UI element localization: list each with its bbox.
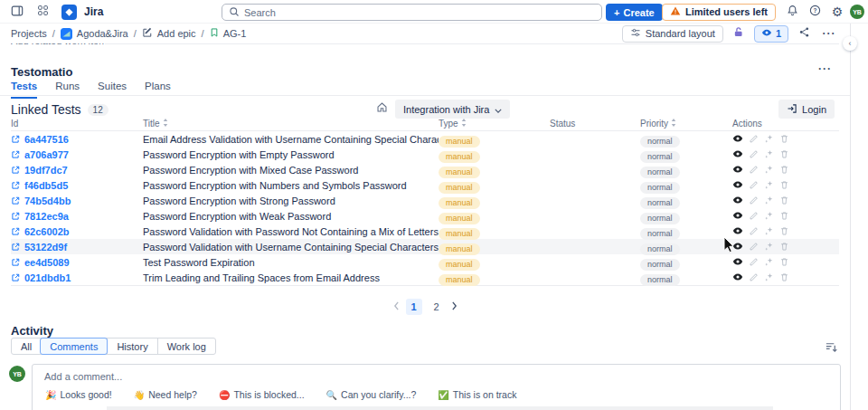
quick-reply-looks-good[interactable]: 🎉 Looks good!	[45, 389, 112, 400]
row-id-link[interactable]: ee4d5089	[24, 257, 70, 268]
row-id-link[interactable]: 62c6002b	[24, 226, 70, 237]
delete-test-button[interactable]	[779, 148, 789, 162]
row-id-link[interactable]: 74b5d4bb	[24, 195, 71, 206]
user-avatar[interactable]: YB	[850, 5, 864, 19]
table-row[interactable]: 19df7dc7 Password Encryption with Mixed …	[11, 162, 839, 177]
column-header-priority[interactable]: Priority	[640, 119, 732, 129]
settings-button[interactable]: ⚙	[827, 2, 847, 22]
view-test-button[interactable]	[732, 164, 743, 177]
ai-test-button[interactable]	[764, 164, 774, 177]
edit-test-button[interactable]	[749, 148, 759, 162]
row-id-link[interactable]: 6a447516	[24, 134, 69, 145]
prev-page-button[interactable]	[393, 301, 400, 312]
edit-test-button[interactable]	[749, 179, 759, 193]
delete-test-button[interactable]	[779, 179, 789, 193]
jira-logo-icon[interactable]	[61, 5, 77, 20]
edit-test-button[interactable]	[749, 241, 759, 254]
filter-comments[interactable]: Comments	[40, 338, 108, 355]
home-button[interactable]	[376, 101, 388, 116]
table-row[interactable]: f46db5d5 Password Encryption with Number…	[11, 177, 839, 193]
view-test-button[interactable]	[732, 210, 743, 224]
table-row[interactable]: a706a977 Password Encryption with Empty …	[11, 147, 839, 162]
filter-all[interactable]: All	[12, 338, 41, 354]
comment-placeholder[interactable]: Add a comment...	[44, 371, 122, 382]
quick-reply-need-help[interactable]: 👋 Need help?	[134, 389, 197, 400]
table-row[interactable]: 021dbdb1 Trim Leading and Trailing Space…	[11, 270, 839, 285]
view-test-button[interactable]	[732, 195, 743, 208]
quick-reply-on-track[interactable]: ✅ This is on track	[438, 389, 516, 400]
edit-test-button[interactable]	[749, 272, 759, 285]
view-test-button[interactable]	[732, 225, 743, 239]
edit-test-button[interactable]	[749, 225, 759, 239]
edit-test-button[interactable]	[749, 256, 759, 270]
row-id-link[interactable]: 19df7dc7	[24, 165, 68, 176]
view-test-button[interactable]	[732, 133, 743, 147]
view-test-button[interactable]	[732, 148, 743, 162]
ai-test-button[interactable]	[764, 210, 774, 224]
app-switcher-button[interactable]	[33, 2, 52, 22]
filter-worklog[interactable]: Work log	[157, 338, 215, 354]
edit-test-button[interactable]	[749, 195, 759, 208]
breadcrumb-issue[interactable]: AG-1	[210, 27, 247, 40]
share-button[interactable]	[794, 24, 814, 43]
table-row[interactable]: 7812ec9a Password Encryption with Weak P…	[11, 208, 839, 224]
view-test-button[interactable]	[732, 256, 743, 270]
delete-test-button[interactable]	[779, 225, 789, 239]
row-id-link[interactable]: 7812ec9a	[24, 211, 69, 222]
ai-test-button[interactable]	[764, 133, 774, 147]
quick-reply-blocked[interactable]: ⛔ This is blocked...	[219, 389, 305, 400]
delete-test-button[interactable]	[779, 272, 789, 285]
ai-test-button[interactable]	[764, 225, 774, 239]
global-search[interactable]	[222, 4, 602, 21]
delete-test-button[interactable]	[779, 241, 789, 254]
row-id-link[interactable]: f46db5d5	[24, 180, 68, 191]
ai-test-button[interactable]	[764, 179, 774, 193]
page-1-button[interactable]: 1	[406, 299, 422, 315]
breadcrumb-project[interactable]: Agoda&Jira	[61, 28, 128, 40]
view-test-button[interactable]	[732, 179, 743, 193]
delete-test-button[interactable]	[779, 133, 789, 147]
table-row[interactable]: 53122d9f Password Validation with Userna…	[11, 239, 839, 254]
table-row[interactable]: 74b5d4bb Password Encryption with Strong…	[11, 193, 839, 208]
edit-test-button[interactable]	[749, 210, 759, 224]
ai-test-button[interactable]	[764, 195, 774, 208]
activity-sort-button[interactable]	[825, 340, 838, 357]
more-actions-button[interactable]: ···	[819, 24, 839, 43]
table-row[interactable]: 6a447516 Email Address Validation with U…	[11, 131, 839, 147]
delete-test-button[interactable]	[779, 195, 789, 208]
lock-button[interactable]	[729, 24, 749, 43]
column-header-type[interactable]: Type	[439, 119, 550, 129]
ai-test-button[interactable]	[764, 272, 774, 285]
next-page-button[interactable]	[451, 301, 458, 312]
tab-runs[interactable]: Runs	[55, 81, 80, 99]
ai-test-button[interactable]	[764, 256, 774, 270]
testomatio-more-button[interactable]: ···	[818, 62, 832, 75]
page-2-button[interactable]: 2	[429, 299, 445, 315]
breadcrumb-add-epic[interactable]: Add epic	[142, 27, 196, 40]
column-header-title[interactable]: Title	[143, 119, 439, 129]
collapse-panel-button[interactable]: ‹	[843, 36, 857, 51]
delete-test-button[interactable]	[779, 210, 789, 224]
limited-users-button[interactable]: Limited users left	[662, 4, 776, 21]
login-button[interactable]: Login	[778, 100, 835, 119]
create-button[interactable]: + Create	[606, 4, 663, 21]
ai-test-button[interactable]	[764, 241, 774, 254]
sidebar-toggle-button[interactable]	[7, 2, 27, 22]
table-row[interactable]: ee4d5089 Test Password Expiration manual…	[11, 254, 839, 270]
comment-box[interactable]: Add a comment... 🎉 Looks good! 👋 Need he…	[32, 364, 841, 410]
row-id-link[interactable]: a706a977	[24, 149, 69, 160]
integration-dropdown[interactable]: Integration with Jira	[395, 100, 510, 119]
tab-tests[interactable]: Tests	[11, 81, 37, 99]
tab-suites[interactable]: Suites	[98, 81, 127, 99]
delete-test-button[interactable]	[779, 256, 789, 270]
search-input[interactable]	[244, 7, 595, 18]
edit-test-button[interactable]	[749, 133, 759, 147]
watchers-button[interactable]: 1	[754, 25, 788, 43]
ai-test-button[interactable]	[764, 148, 774, 162]
help-button[interactable]: ?	[805, 2, 825, 22]
standard-layout-button[interactable]: Standard layout	[622, 25, 723, 43]
view-test-button[interactable]	[732, 241, 743, 254]
row-id-link[interactable]: 021dbdb1	[24, 272, 71, 283]
notifications-button[interactable]	[782, 2, 802, 22]
view-test-button[interactable]	[732, 272, 743, 285]
